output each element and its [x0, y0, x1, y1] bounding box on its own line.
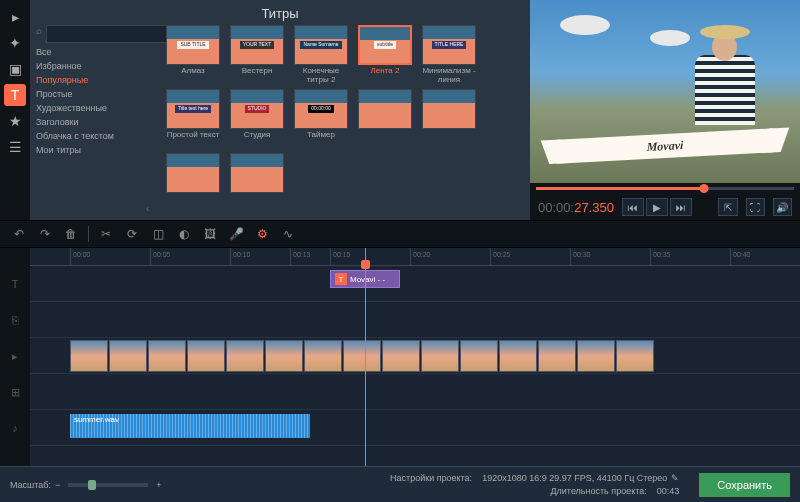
titles-grid: SUB TITLEАлмаз YOUR TEXTВестерн Name Sur…: [164, 25, 524, 214]
sidebar-transitions-icon[interactable]: ▣: [4, 58, 26, 80]
cat-headings[interactable]: Заголовки: [36, 115, 142, 129]
tile-minimal[interactable]: TITLE HEREМинимализм - линия: [420, 25, 478, 83]
tile-credits[interactable]: Name SurnameКонечные титры 2: [292, 25, 350, 83]
export-icon[interactable]: ⇱: [718, 198, 737, 216]
status-bar: Масштаб: − + Настройки проекта: 1920x108…: [0, 466, 800, 502]
video-clip[interactable]: [187, 340, 225, 372]
video-clip[interactable]: [577, 340, 615, 372]
preview-panel: Movavi 00:00:27.350 ⏮ ▶ ⏭ ⇱ ⛶ 🔊: [530, 0, 800, 220]
play-button[interactable]: ▶: [646, 198, 668, 216]
image-button[interactable]: 🖼: [199, 224, 221, 244]
tile-almaz[interactable]: SUB TITLEАлмаз: [164, 25, 222, 83]
titles-panel: Титры ⌕ Все Избранное Популярные Простые…: [30, 0, 530, 220]
sidebar-effects-icon[interactable]: ✦: [4, 32, 26, 54]
track-audio-icon[interactable]: ♪: [0, 410, 30, 446]
tile-extra2[interactable]: [420, 89, 478, 147]
track-overlay-icon[interactable]: ⊞: [0, 374, 30, 410]
sidebar-titles-icon[interactable]: T: [4, 84, 26, 106]
panel-title: Титры: [36, 6, 524, 21]
track-link-icon[interactable]: ⎘: [0, 302, 30, 338]
tile-extra1[interactable]: [356, 89, 414, 147]
preview-canvas: Movavi: [530, 0, 800, 183]
tile-simple[interactable]: Title text hereПростой текст: [164, 89, 222, 147]
video-clip[interactable]: [148, 340, 186, 372]
preview-title-overlay: Movavi: [557, 128, 773, 163]
volume-icon[interactable]: 🔊: [773, 198, 792, 216]
tile-extra4[interactable]: [228, 153, 286, 193]
cat-popular[interactable]: Популярные: [36, 73, 142, 87]
cat-simple[interactable]: Простые: [36, 87, 142, 101]
track-titles-icon[interactable]: T: [0, 266, 30, 302]
sidebar-stickers-icon[interactable]: ★: [4, 110, 26, 132]
track-video-icon[interactable]: ▸: [0, 338, 30, 374]
prev-button[interactable]: ⏮: [622, 198, 644, 216]
undo-button[interactable]: ↶: [8, 224, 30, 244]
cut-button[interactable]: ✂: [95, 224, 117, 244]
duration-value: 00:43: [657, 486, 680, 496]
mic-button[interactable]: 🎤: [225, 224, 247, 244]
audio-track[interactable]: summer.wav: [30, 410, 800, 446]
search-icon[interactable]: ⌕: [36, 25, 42, 43]
gear-button[interactable]: ⚙: [251, 224, 273, 244]
playhead[interactable]: [365, 248, 366, 466]
timeline-toolbar: ↶ ↷ 🗑 ✂ ⟳ ◫ ◐ 🖼 🎤 ⚙ ∿: [0, 220, 800, 248]
equalizer-button[interactable]: ∿: [277, 224, 299, 244]
timecode: 00:00:27.350: [538, 200, 614, 215]
tool-sidebar: ▸ ✦ ▣ T ★ ☰: [0, 0, 30, 220]
cat-mine[interactable]: Мои титры: [36, 143, 142, 157]
video-clip[interactable]: [265, 340, 303, 372]
timeline: T ⎘ ▸ ⊞ ♪ 00:00 00:05 00:10 00:13 00:15 …: [0, 248, 800, 466]
fullscreen-icon[interactable]: ⛶: [746, 198, 765, 216]
chevron-left-icon[interactable]: ‹: [146, 25, 164, 214]
tile-western[interactable]: YOUR TEXTВестерн: [228, 25, 286, 83]
category-list: Все Избранное Популярные Простые Художес…: [36, 45, 146, 157]
cat-bubbles[interactable]: Облачка с текстом: [36, 129, 142, 143]
delete-button[interactable]: 🗑: [60, 224, 82, 244]
link-track[interactable]: [30, 302, 800, 338]
video-track[interactable]: [30, 338, 800, 374]
video-clip[interactable]: [460, 340, 498, 372]
video-clip[interactable]: [109, 340, 147, 372]
audio-clip[interactable]: summer.wav: [70, 414, 310, 438]
preview-progress[interactable]: [536, 187, 794, 190]
video-clip[interactable]: [70, 340, 108, 372]
cat-artistic[interactable]: Художественные: [36, 101, 142, 115]
titles-track[interactable]: TMovavi - -: [30, 266, 800, 302]
settings-label: Настройки проекта:: [390, 473, 472, 483]
settings-value: 1920x1080 16:9 29.97 FPS, 44100 Гц Стере…: [482, 473, 667, 483]
video-clip[interactable]: [421, 340, 459, 372]
timeline-tracks[interactable]: 00:00 00:05 00:10 00:13 00:15 00:20 00:2…: [30, 248, 800, 466]
tile-timer[interactable]: 00:00:00Таймер: [292, 89, 350, 147]
tile-ribbon2[interactable]: subtitleЛента 2: [356, 25, 414, 83]
video-clip[interactable]: [343, 340, 381, 372]
video-clip[interactable]: [538, 340, 576, 372]
zoom-label: Масштаб:: [10, 480, 51, 490]
video-clip[interactable]: [382, 340, 420, 372]
tile-extra3[interactable]: [164, 153, 222, 193]
zoom-out-icon[interactable]: −: [55, 480, 60, 490]
cat-all[interactable]: Все: [36, 45, 142, 59]
edit-settings-icon[interactable]: ✎: [671, 473, 679, 483]
crop-button[interactable]: ◫: [147, 224, 169, 244]
sidebar-media-icon[interactable]: ▸: [4, 6, 26, 28]
track-header-gutter: T ⎘ ▸ ⊞ ♪: [0, 248, 30, 466]
video-clip[interactable]: [226, 340, 264, 372]
cat-fav[interactable]: Избранное: [36, 59, 142, 73]
time-ruler[interactable]: 00:00 00:05 00:10 00:13 00:15 00:20 00:2…: [30, 248, 800, 266]
video-clip[interactable]: [499, 340, 537, 372]
zoom-in-icon[interactable]: +: [156, 480, 161, 490]
rotate-button[interactable]: ⟳: [121, 224, 143, 244]
overlay-track[interactable]: [30, 374, 800, 410]
video-clip[interactable]: [304, 340, 342, 372]
tile-studio[interactable]: STUDIOСтудия: [228, 89, 286, 147]
zoom-slider[interactable]: [68, 483, 148, 487]
sidebar-more-icon[interactable]: ☰: [4, 136, 26, 158]
video-clip[interactable]: [616, 340, 654, 372]
save-button[interactable]: Сохранить: [699, 473, 790, 497]
duration-label: Длительность проекта:: [550, 486, 646, 496]
next-button[interactable]: ⏭: [670, 198, 692, 216]
color-button[interactable]: ◐: [173, 224, 195, 244]
redo-button[interactable]: ↷: [34, 224, 56, 244]
